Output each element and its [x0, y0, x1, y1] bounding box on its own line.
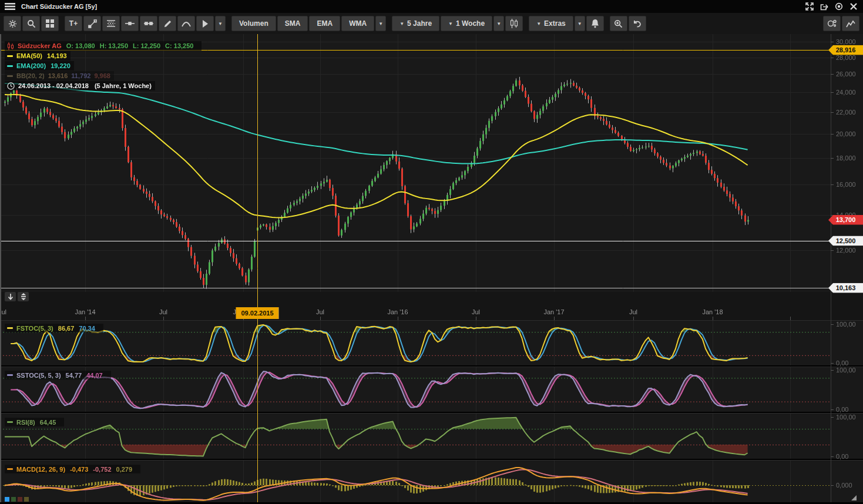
title-bar: Chart Südzucker AG [5y] — [0, 0, 863, 13]
search-icon[interactable] — [22, 16, 40, 31]
x-axis-tick: Jan '18 — [702, 308, 723, 315]
gear-icon[interactable] — [4, 16, 21, 31]
window-title: Chart Südzucker AG [5y] — [21, 3, 97, 10]
left-edge-grip — [0, 34, 1, 502]
candles-mini-icon — [7, 42, 14, 50]
price-level-badge: 12,500 — [828, 236, 863, 246]
bubbles-icon[interactable] — [823, 16, 841, 31]
collapse-subpanels-button[interactable] — [5, 292, 16, 301]
price-level-badge: 28,916 — [828, 45, 863, 55]
panel-indicator-dots — [5, 497, 29, 502]
macd-legend[interactable]: MACD(12, 26, 9) -0,473 -0,752 0,279 — [5, 465, 140, 473]
x-axis-tick: Jul — [159, 308, 167, 315]
crosshair-date-badge: 09.02.2015 — [236, 307, 278, 319]
text-tool-button[interactable]: T+ — [65, 16, 82, 31]
horizontal-ray-icon[interactable] — [140, 16, 157, 31]
trend-line-icon[interactable] — [83, 16, 101, 31]
y-axis-tick: 16,000 — [836, 181, 856, 188]
sstoc-legend[interactable]: SSTOC(5, 5, 3) 54,77 44,07 — [5, 371, 111, 379]
x-axis-tick: Jan '16 — [387, 308, 408, 315]
grid-icon[interactable] — [41, 16, 59, 31]
rsi-axis-bottom: 0,00 — [836, 453, 848, 460]
maximize-icon[interactable] — [805, 2, 814, 11]
chart-type-dropdown[interactable]: ▼ — [493, 16, 504, 31]
rsi-legend[interactable]: RSI(8) 64,45 — [5, 418, 64, 426]
clock-icon — [7, 82, 15, 90]
x-axis-tick: Jan '14 — [75, 308, 95, 315]
y-axis-tick: 26,000 — [836, 70, 856, 78]
subpanel-controls — [5, 292, 29, 301]
ema-button[interactable]: EMA — [309, 16, 340, 31]
extras-dropdown[interactable]: ▼ — [575, 16, 585, 31]
fstoc-axis-bottom: 0,00 — [836, 359, 848, 367]
panel-dot-1[interactable] — [5, 497, 9, 502]
y-axis-tick: 20,000 — [836, 130, 856, 137]
fstoc-swatch — [7, 327, 13, 329]
volumen-button[interactable]: Volumen — [231, 16, 276, 31]
ema200-value: 19,220 — [51, 62, 70, 69]
ema50-legend-row[interactable]: EMA(50) 14,193 — [5, 51, 70, 61]
zoom-in-icon[interactable] — [610, 16, 627, 31]
date-range-detail: (5 Jahre, 1 Woche) — [95, 82, 152, 89]
app-window: { "window": { "title": "Chart Südzucker … — [0, 0, 863, 504]
y-axis-tick: 24,000 — [836, 89, 856, 96]
rsi-axis-top: 100,00 — [836, 414, 856, 421]
panel-dot-3[interactable] — [18, 497, 22, 502]
bb-swatch — [7, 75, 13, 77]
arc-icon[interactable] — [177, 16, 195, 31]
interval-button[interactable]: ▼1 Woche — [441, 16, 492, 31]
y-axis-tick: 22,000 — [836, 109, 856, 116]
pointer-icon[interactable] — [196, 16, 214, 31]
panel-dot-2[interactable] — [11, 497, 16, 502]
line-chart-icon[interactable] — [842, 16, 859, 31]
x-axis-tick: Jul — [316, 308, 324, 315]
extras-button[interactable]: ▼Extras — [529, 16, 573, 31]
target-icon[interactable] — [834, 2, 844, 11]
undo-icon[interactable] — [629, 16, 646, 31]
x-axis-tick: Jul — [629, 308, 637, 315]
sstoc-swatch — [7, 374, 13, 376]
ohlc-values: O: 13,080H: 13,250L: 12,250C: 13,250 — [66, 42, 199, 49]
horizontal-line-icon[interactable] — [121, 16, 139, 31]
panel-dot-4[interactable] — [24, 497, 29, 502]
sstoc-axis-top: 100,00 — [836, 367, 856, 374]
chart-legend: Südzucker AG O: 13,080H: 13,250L: 12,250… — [5, 41, 202, 91]
macd-swatch — [7, 468, 13, 470]
candlestick-icon[interactable] — [505, 16, 523, 31]
price-level-badge: 10,163 — [828, 283, 863, 293]
fstoc-legend[interactable]: FSTOC(5, 3) 86,67 70,34 — [5, 324, 103, 332]
macd-axis-zero: 0,000 — [836, 482, 852, 489]
ema50-swatch — [7, 55, 13, 57]
date-range-row: 24.06.2013 - 02.04.2018 (5 Jahre, 1 Woch… — [5, 81, 155, 90]
indicators-dropdown[interactable]: ▼ — [375, 16, 386, 31]
close-icon[interactable] — [849, 2, 858, 11]
x-axis-tick: Jul — [472, 308, 480, 315]
sstoc-axis-bottom: 0,00 — [836, 406, 848, 413]
menu-icon[interactable] — [2, 1, 18, 12]
period-button[interactable]: ▼5 Jahre — [392, 16, 439, 31]
chart-canvas[interactable] — [0, 34, 863, 502]
retracement-icon[interactable] — [102, 16, 120, 31]
expand-subpanels-button[interactable] — [18, 292, 29, 301]
draw-tools-dropdown[interactable]: ▼ — [215, 16, 226, 31]
ema200-swatch — [7, 65, 13, 67]
bell-icon[interactable] — [586, 16, 604, 31]
symbol-name: Südzucker AG — [18, 42, 62, 49]
y-axis-tick: 18,000 — [836, 154, 856, 162]
popout-icon[interactable] — [820, 2, 829, 11]
fstoc-axis-top: 100,00 — [836, 321, 856, 328]
x-axis-tick: Jan '17 — [543, 308, 564, 315]
toolbar: T+ ▼ Volumen SMA EMA WMA ▼ ▼5 Jahre ▼1 W… — [0, 13, 863, 34]
ema50-value: 14,193 — [47, 52, 67, 59]
sma-button[interactable]: SMA — [277, 16, 308, 31]
y-axis-tick: 12,000 — [836, 247, 856, 254]
bollinger-legend-row[interactable]: BB(20, 2) 13,616 11,792 9,968 — [5, 71, 114, 80]
symbol-legend-row[interactable]: Südzucker AG O: 13,080H: 13,250L: 12,250… — [5, 41, 202, 51]
ema200-legend-row[interactable]: EMA(200) 19,220 — [5, 61, 74, 70]
wma-button[interactable]: WMA — [341, 16, 374, 31]
last-price-badge: 13,700 — [828, 215, 863, 225]
panel-resize-handle[interactable] — [851, 495, 857, 500]
pencil-icon[interactable] — [159, 16, 176, 31]
rsi-swatch — [7, 421, 13, 423]
y-axis-tick: 30,000 — [836, 38, 856, 45]
